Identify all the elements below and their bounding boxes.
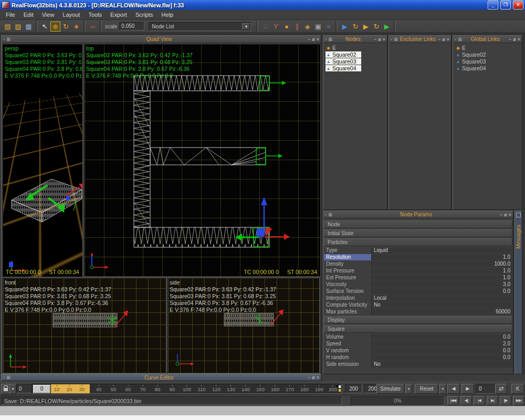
prev-key-button[interactable]: ◀|| xyxy=(460,396,472,405)
param-row-max-particles[interactable]: Max particles50000 xyxy=(324,309,512,315)
mesh-view-icon[interactable] xyxy=(302,22,312,32)
rotate-tool-icon[interactable] xyxy=(61,22,71,32)
camera-view-icon[interactable] xyxy=(313,22,323,32)
param-row-density[interactable]: Density1000.0 xyxy=(324,261,512,267)
reset-dropdown-icon[interactable]: ▼ xyxy=(439,384,446,394)
node-list-dropdown[interactable]: Node List ▼ xyxy=(149,22,251,31)
title-bar[interactable]: RealFlow(32bits) 4.3.8.0123 - [D:/REALFL… xyxy=(0,0,525,10)
param-value[interactable]: 0.0 xyxy=(372,354,512,361)
panel-pin-icon[interactable] xyxy=(312,375,315,380)
exclusive-links-header[interactable]: Exclusive Links xyxy=(389,36,451,43)
param-value[interactable]: Liquid xyxy=(372,247,512,254)
param-value[interactable]: 2.0 xyxy=(372,341,512,347)
node-item-square02[interactable]: ▲Square02 xyxy=(326,51,361,58)
foc-icon[interactable] xyxy=(371,22,381,32)
new-scene-icon[interactable] xyxy=(3,22,13,32)
viewport-front[interactable]: front Square02 PAR:0 Px: 3.63 Py: 0.42 P… xyxy=(3,278,166,374)
param-value[interactable]: No xyxy=(372,302,512,308)
menu-layout[interactable]: Layout xyxy=(58,11,84,18)
relations-view-icon[interactable] xyxy=(271,22,281,32)
panel-layout-icon[interactable] xyxy=(328,212,332,217)
panel-close-icon[interactable] xyxy=(518,37,520,42)
global-links-header[interactable]: Global Links xyxy=(453,36,522,43)
panel-close-icon[interactable] xyxy=(509,212,511,217)
param-value[interactable]: 1.0 xyxy=(372,254,512,260)
current-frame-marker[interactable]: 0 xyxy=(33,385,50,393)
param-row-side-emission[interactable]: Side emissionNo xyxy=(324,361,512,368)
param-value[interactable]: No xyxy=(372,361,512,368)
panel-detach-icon[interactable] xyxy=(391,37,392,42)
node-params-header[interactable]: Node Params xyxy=(323,211,513,218)
param-value[interactable]: 1.0 xyxy=(372,275,512,281)
param-row-viscosity[interactable]: Viscosity3.0 xyxy=(324,281,512,288)
param-value[interactable]: 1.0 xyxy=(372,268,512,274)
param-section-node[interactable]: Node xyxy=(324,220,512,228)
frame-counter-input[interactable]: 0 xyxy=(476,384,497,394)
panel-layout-icon[interactable] xyxy=(6,375,10,380)
panel-pin-icon[interactable] xyxy=(513,37,516,42)
go-last-frame-button[interactable]: ▶▶| xyxy=(513,396,524,405)
max-frames-input[interactable]: 200 xyxy=(345,384,362,393)
panel-detach-icon[interactable] xyxy=(325,212,327,217)
param-value[interactable]: 0.0 xyxy=(372,334,512,340)
node-item-e[interactable]: ◉E xyxy=(326,45,361,51)
reset-simulation-icon[interactable] xyxy=(350,22,360,32)
lock-dropdown-icon[interactable]: ▼ xyxy=(9,384,16,394)
param-row-interpolation[interactable]: InterpolationLocal xyxy=(324,295,512,301)
panel-close-icon[interactable] xyxy=(383,37,385,42)
node-item-square04[interactable]: ▲Square04 xyxy=(455,65,491,71)
panel-pin-icon[interactable] xyxy=(312,37,315,42)
param-value[interactable]: 3.0 xyxy=(372,281,512,288)
simulate-dropdown-icon[interactable]: ▼ xyxy=(405,384,412,394)
panel-pin-icon[interactable] xyxy=(442,37,445,42)
panel-layout-icon[interactable] xyxy=(394,37,398,42)
save-scene-icon[interactable] xyxy=(24,22,34,32)
panel-layout-icon[interactable] xyxy=(458,37,462,42)
menu-tools[interactable]: Tools xyxy=(84,11,106,18)
param-row-v-random[interactable]: V random0.0 xyxy=(324,348,512,354)
nodes-view-icon[interactable] xyxy=(260,22,270,32)
play-icon[interactable] xyxy=(382,22,392,32)
panel-restore-icon[interactable] xyxy=(516,213,521,217)
key-button[interactable]: K xyxy=(511,384,524,394)
move-tool-icon[interactable] xyxy=(50,22,60,32)
param-row-type[interactable]: TypeLiquid xyxy=(324,247,512,254)
node-item-e[interactable]: ◉E xyxy=(455,45,491,51)
panel-close-icon[interactable] xyxy=(317,37,319,42)
scale-tool-icon[interactable] xyxy=(71,22,81,32)
panel-detach-icon[interactable] xyxy=(3,37,5,42)
go-first-frame-button[interactable]: |◀◀ xyxy=(447,396,459,405)
minimize-window-icon[interactable]: _ xyxy=(488,1,498,9)
param-row-surface-tension[interactable]: Surface Tension0.0 xyxy=(324,288,512,295)
panel-close-icon[interactable] xyxy=(317,375,319,380)
node-item-square02[interactable]: ▲Square02 xyxy=(455,51,491,58)
param-row-compute-vorticity[interactable]: Compute VorticityNo xyxy=(324,302,512,308)
viewport-persp[interactable]: persp Square02 PAR:0 Px: 3.63 Py: 0.42 P… xyxy=(3,44,83,277)
play-backward-button[interactable]: ◀ xyxy=(447,384,460,394)
panel-pin-icon[interactable] xyxy=(378,37,381,42)
lock-icon[interactable] xyxy=(1,384,10,394)
prev-frame-button[interactable]: |◀ xyxy=(474,396,485,405)
panel-minimize-icon[interactable] xyxy=(308,375,310,380)
param-row-int-pressure[interactable]: Int Pressure1.0 xyxy=(324,268,512,274)
param-row-resolution[interactable]: Resolution1.0 xyxy=(324,254,512,260)
link-tool-icon[interactable] xyxy=(88,22,98,32)
panel-minimize-icon[interactable] xyxy=(500,212,502,217)
node-item-square04[interactable]: ▲Square04 xyxy=(326,65,361,71)
chevron-down-icon[interactable]: ▼ xyxy=(242,23,250,30)
param-value[interactable]: 1000.0 xyxy=(372,261,512,267)
viewport-top[interactable]: top Square02 PAR:0 Px: 3.63 Py: 0.42 Pz:… xyxy=(84,44,321,277)
range-marker-white[interactable] xyxy=(339,385,341,388)
next-frame-button[interactable]: ▶| xyxy=(487,396,498,405)
param-row-volume[interactable]: Volume0.0 xyxy=(324,334,512,340)
menu-export[interactable]: Export xyxy=(106,11,131,18)
restore-window-icon[interactable]: ❐ xyxy=(500,1,511,9)
menu-edit[interactable]: Edit xyxy=(19,11,38,18)
panel-minimize-icon[interactable] xyxy=(374,37,376,42)
menu-help[interactable]: Help xyxy=(158,11,178,18)
range-marker-yellow[interactable] xyxy=(339,389,341,392)
panel-detach-icon[interactable] xyxy=(455,37,456,42)
panel-detach-icon[interactable] xyxy=(325,37,327,42)
panel-minimize-icon[interactable] xyxy=(509,37,511,42)
simulate-button[interactable]: Simulate xyxy=(376,384,404,394)
